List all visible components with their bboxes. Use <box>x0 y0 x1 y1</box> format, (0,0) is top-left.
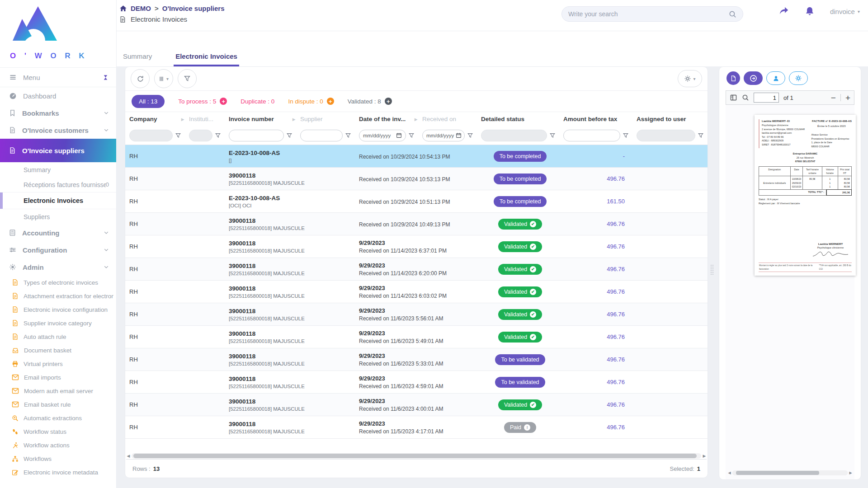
funnel-icon[interactable] <box>549 132 556 139</box>
assign-user-button[interactable] <box>766 71 785 85</box>
sidebar-item-electronic-invoice-metadata[interactable]: Electronic invoice metadata <box>0 465 116 479</box>
expand-column-icon[interactable]: ▸ <box>415 116 418 122</box>
scroll-left-arrow-icon[interactable]: ◀ <box>126 454 131 458</box>
sidebar-item-modern-auth-email-server[interactable]: Modern auth email server <box>0 384 116 398</box>
filter-select[interactable] <box>481 130 547 141</box>
filter-button[interactable] <box>178 69 197 88</box>
filter-text-input[interactable] <box>229 130 284 141</box>
filter-date-input[interactable]: mm/dd/yyyy <box>359 130 406 141</box>
breadcrumb-section[interactable]: O'Invoice suppliers <box>162 5 225 12</box>
table-row[interactable]: RH39000118[52251165800018] MAJUSCULE9/29… <box>125 371 708 394</box>
amount-link[interactable]: 496.76 <box>607 311 625 318</box>
hamburger-icon[interactable] <box>9 74 17 81</box>
global-search[interactable] <box>561 6 743 22</box>
sidebar-item-dashboard[interactable]: Dashboard <box>0 87 116 104</box>
amount-link[interactable]: 496.76 <box>607 401 625 408</box>
filter-date-input[interactable]: mm/dd/yyyy <box>422 130 465 141</box>
sidebar-item-electronic-invoices[interactable]: Electronic Invoices <box>0 192 116 209</box>
table-row[interactable]: RHE-2023-10-008-AS[OCI] OCIReceived on 1… <box>125 190 708 213</box>
expand-column-icon[interactable]: ▸ <box>292 116 296 122</box>
pdf-download-button[interactable] <box>726 71 740 85</box>
column-header-amount-before-tax[interactable]: Amount before tax <box>559 116 632 122</box>
calendar-icon[interactable] <box>396 132 402 138</box>
filter-select[interactable] <box>129 130 173 141</box>
pdf-scroll-left-icon[interactable]: ◀ <box>727 471 731 475</box>
filter-select[interactable] <box>189 130 212 141</box>
sidebar-item-summary[interactable]: Summary <box>0 162 116 177</box>
pdf-scrollbar-thumb[interactable] <box>736 471 819 475</box>
amount-link[interactable]: 496.76 <box>607 356 625 363</box>
pin-sidebar-icon[interactable] <box>102 74 109 81</box>
sidebar-item-o-invoice-customers[interactable]: O'Invoice customers <box>0 122 116 139</box>
plus-circle-icon[interactable]: + <box>385 98 392 105</box>
search-input[interactable] <box>568 10 729 18</box>
user-menu[interactable]: dinvoice ▾ <box>830 8 860 15</box>
plus-circle-icon[interactable]: + <box>327 98 334 105</box>
sidebar-item-virtual-printers[interactable]: Virtual printers <box>0 357 116 371</box>
share-icon[interactable] <box>778 6 789 16</box>
amount-link[interactable]: 496.76 <box>607 243 625 250</box>
sidebar-item-r-ceptions-factures-fournisseurs[interactable]: Réceptions factures fournisseurs0 <box>0 177 116 192</box>
funnel-icon[interactable] <box>175 132 181 139</box>
column-header-assigned-to-user[interactable]: Assigned to user <box>632 116 708 122</box>
filter-select[interactable] <box>637 130 695 141</box>
sidebar-item-suppliers[interactable]: Suppliers <box>0 209 116 224</box>
amount-link[interactable]: - <box>623 153 625 160</box>
bell-icon[interactable] <box>805 6 815 16</box>
preview-settings-button[interactable] <box>789 71 808 85</box>
funnel-icon[interactable] <box>408 132 415 139</box>
amount-link[interactable]: 161.50 <box>607 198 625 205</box>
amount-link[interactable]: 496.76 <box>607 266 625 272</box>
amount-link[interactable]: 496.76 <box>607 288 625 295</box>
sidebar-item-automatic-extractions[interactable]: Automatic extractions <box>0 411 116 425</box>
table-settings-button[interactable]: ▾ <box>678 70 702 87</box>
column-header-detailed-status[interactable]: Detailed status <box>477 116 559 122</box>
table-row[interactable]: RHE-2023-10-008-AS[]Received on 10/29/20… <box>125 145 708 168</box>
filter-text-input[interactable] <box>300 130 343 141</box>
panel-resize-handle[interactable] <box>711 265 715 278</box>
table-row[interactable]: RH39000118[52251165800018] MAJUSCULERece… <box>125 213 708 235</box>
scrollbar-thumb[interactable] <box>133 454 697 458</box>
table-row[interactable]: RH39000118[52251165800018] MAJUSCULE9/29… <box>125 281 708 303</box>
sidebar-item-email-imports[interactable]: Email imports <box>0 371 116 384</box>
sidebar-item-configuration[interactable]: Configuration <box>0 241 116 258</box>
sidebar-item-supplier-invoice-category[interactable]: Supplier invoice category <box>0 316 116 330</box>
table-row[interactable]: RH39000118[52251165800018] MAJUSCULE9/29… <box>125 258 708 281</box>
amount-link[interactable]: 496.76 <box>607 221 625 227</box>
chip-all-13[interactable]: All : 13 <box>132 95 165 108</box>
funnel-icon[interactable] <box>698 132 704 139</box>
sidebar-item-workflow-status[interactable]: Workflow status <box>0 425 116 438</box>
home-icon[interactable] <box>119 5 127 12</box>
zoom-in-button[interactable]: + <box>845 94 850 102</box>
sidebar-item-accounting[interactable]: Accounting <box>0 224 116 241</box>
sidebar-item-o-invoice-suppliers[interactable]: O'Invoice suppliers <box>0 139 116 162</box>
sidebar-item-attachment-extraction-for-electron[interactable]: Attachment extraction for electron <box>0 289 116 303</box>
chip-validated-8[interactable]: Validated : 8+ <box>348 98 392 105</box>
open-document-button[interactable] <box>744 71 763 85</box>
funnel-icon[interactable] <box>215 132 221 139</box>
chip-duplicate-0[interactable]: Duplicate : 0 <box>241 98 274 105</box>
funnel-icon[interactable] <box>345 132 351 139</box>
table-row[interactable]: RH39000118[52251165800018] MAJUSCULE9/29… <box>125 348 708 371</box>
table-row[interactable]: RH39000118[52251165800018] MAJUSCULE9/29… <box>125 394 708 416</box>
expand-column-icon[interactable]: ▸ <box>181 116 185 122</box>
table-row[interactable]: RH39000118[52251165800018] MAJUSCULE9/29… <box>125 303 708 326</box>
chip-in-dispute-0[interactable]: In dispute : 0+ <box>288 98 334 105</box>
pdf-search-icon[interactable] <box>742 94 749 101</box>
sidebar-item-workflow-actions[interactable]: Workflow actions <box>0 438 116 452</box>
funnel-icon[interactable] <box>286 132 292 139</box>
calendar-icon[interactable] <box>456 132 462 138</box>
filter-text-input[interactable] <box>563 130 620 141</box>
pdf-horizontal-scrollbar[interactable]: ◀ ▶ <box>727 470 853 476</box>
amount-link[interactable]: 496.76 <box>607 175 625 182</box>
refresh-button[interactable] <box>131 69 150 88</box>
table-horizontal-scrollbar[interactable]: ◀ ▶ <box>126 452 707 460</box>
column-header-supplier[interactable]: Supplier <box>296 116 355 122</box>
table-row[interactable]: RH39000118[52251165800018] MAJUSCULE9/29… <box>125 416 708 439</box>
sidebar-item-electronic-invoice-configuration[interactable]: Electronic invoice configuration <box>0 303 116 316</box>
column-header-company[interactable]: Company▸ <box>125 116 185 122</box>
tab-electronic-invoices[interactable]: Electronic Invoices <box>174 52 239 66</box>
column-header-received-on[interactable]: Received on <box>418 116 477 122</box>
column-header-instituti[interactable]: Instituti... <box>185 116 225 122</box>
amount-link[interactable]: 496.76 <box>607 379 625 385</box>
